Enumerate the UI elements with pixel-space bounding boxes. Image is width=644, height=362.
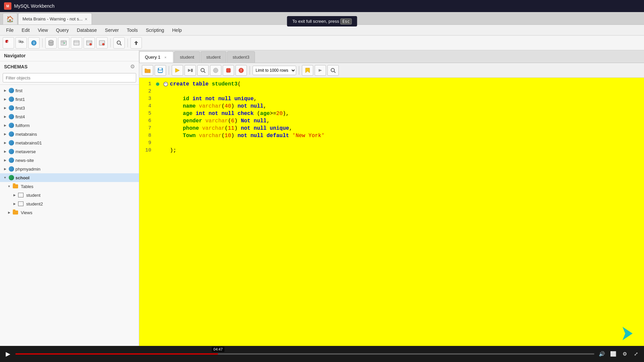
arrow-first3 [3,106,7,110]
menu-query[interactable]: Query [53,26,72,34]
line-indicator-5 [155,110,169,117]
schema-item-tables[interactable]: Tables [0,182,139,191]
line-content-7: phone varchar(11) not null unique, [169,125,644,132]
line-num-9: 9 [139,139,155,147]
qbtn-explain[interactable]: ! [235,65,247,76]
schema-item-metaverse[interactable]: metaverse [0,147,139,156]
menu-database[interactable]: Database [73,26,100,34]
code-editor[interactable]: 1 create table student3( 2 3 [139,78,644,346]
progress-bar[interactable]: 04:47 [15,353,594,355]
db-icon-first4 [9,114,14,119]
navigator-label: Navigator [4,53,26,58]
tab-query1[interactable]: Query 1 × [139,51,173,63]
document-tab[interactable]: Meta Brains - Warning - not s... × [18,13,92,24]
tab-student1[interactable]: student [174,51,200,63]
home-tab[interactable]: 🏠 [3,13,17,24]
svg-marker-25 [188,69,191,72]
qsep3 [299,66,299,75]
line-num-1: 1 [139,80,155,88]
fullscreen-tooltip: To exit full screen, press Esc [287,16,357,26]
filter-input[interactable] [3,73,136,82]
svg-point-18 [102,43,104,45]
qbtn-snippet[interactable] [315,65,326,76]
menu-file[interactable]: File [3,26,17,34]
settings-video-icon[interactable]: ⚙ [621,351,629,357]
svg-point-16 [90,43,92,45]
schema-item-metabrains01[interactable]: metabrains01 [0,138,139,147]
menu-scripting[interactable]: Scripting [143,26,167,34]
schema-item-first4[interactable]: first4 [0,112,139,121]
schema-item-first3[interactable]: first3 [0,104,139,112]
schema-item-newssite[interactable]: news-site [0,156,139,165]
qbtn-bookmarks[interactable] [302,65,313,76]
toolbar-settings[interactable] [84,37,95,49]
toolbar-database[interactable] [45,37,57,49]
title-bar: M MySQL Workbench [0,0,644,12]
toolbar-inspect[interactable] [96,37,108,49]
svg-line-20 [120,44,121,45]
menu-view[interactable]: View [35,26,51,34]
toolbar-search[interactable] [113,37,125,49]
query-tabs-bar: Query 1 × student student student3 [139,50,644,63]
schema-item-student2[interactable]: student2 [0,199,139,208]
tab-student2[interactable]: student [201,51,226,63]
schema-item-views[interactable]: Views [0,208,139,217]
toolbar-table-modify[interactable] [71,37,82,49]
document-tab-close[interactable]: × [85,16,87,22]
toolbar-table-create[interactable]: + [58,37,69,49]
qbtn-stop-all[interactable] [223,65,234,76]
limit-rows-select[interactable]: Limit to 1000 rows [253,66,296,75]
tab-student3[interactable]: student3 [227,51,255,63]
svg-text:+: + [63,42,65,45]
qbtn-stop[interactable] [210,65,221,76]
line-num-5: 5 [139,110,155,117]
qbtn-inspect[interactable] [197,65,209,76]
fullscreen-icon[interactable]: ⤢ [632,351,640,357]
schema-item-school[interactable]: school [0,173,139,182]
menu-help[interactable]: Help [169,26,185,34]
schema-item-first1[interactable]: first1 [0,95,139,104]
line-indicator-4 [155,103,169,110]
toolbar-sep2 [110,39,111,47]
code-line-5: 5 age int not null check (age>=20), [139,110,644,117]
menu-tools[interactable]: Tools [123,26,141,34]
toolbar-arrow[interactable] [130,37,142,49]
line-content-9 [169,139,644,147]
arrow-tables [7,184,11,189]
video-controls: ▶ 04:47 🔊 ⬜ ⚙ ⤢ [0,346,644,362]
table-icon-student [18,193,23,197]
schema-tree: first first1 first3 first4 fullform [0,85,139,346]
svg-marker-33 [306,68,310,73]
toolbar-sep1 [42,39,43,47]
qbtn-execute[interactable] [172,65,183,76]
menu-server[interactable]: Server [102,26,122,34]
arrow-metaverse [3,149,7,154]
qbtn-execute-selection[interactable] [184,65,196,76]
menu-edit[interactable]: Edit [18,26,33,34]
toolbar-new-connection[interactable]: SQL [3,37,14,49]
volume-icon[interactable]: 🔊 [598,351,606,357]
qbtn-find[interactable] [327,65,339,76]
qbtn-open-file[interactable] [142,65,153,76]
qbtn-save[interactable] [155,65,166,76]
db-icon-metaverse [9,149,14,154]
toolbar-info[interactable]: i [28,37,40,49]
captions-icon[interactable]: ⬜ [609,351,617,357]
svg-point-27 [201,68,204,72]
db-icon-first [9,88,14,93]
schema-item-fullform[interactable]: fullform [0,121,139,130]
schema-item-first[interactable]: first [0,86,139,95]
play-button[interactable]: ▶ [4,350,12,358]
schema-item-metabrains[interactable]: metabrains [0,130,139,138]
arrow-metabrains01 [3,140,7,145]
toolbar-open-sql[interactable]: SQL [15,37,27,49]
tab-query1-close[interactable]: × [163,55,168,60]
line-num-6: 6 [139,117,155,125]
tab-student2-label: student [206,55,221,60]
schema-item-student[interactable]: student [0,191,139,199]
db-icon-phpmyadmin [9,166,14,172]
content-area: Query 1 × student student student3 [139,50,644,346]
schemas-settings-icon[interactable]: ⚙ [130,63,135,70]
arrow-first [3,88,7,93]
schema-item-phpmyadmin[interactable]: phpmyadmin [0,165,139,173]
